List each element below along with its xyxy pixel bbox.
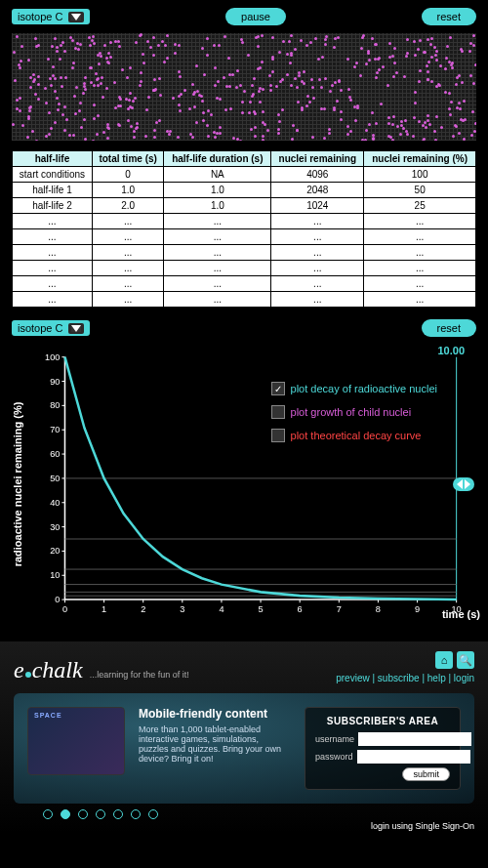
svg-text:0: 0	[55, 595, 60, 604]
svg-text:3: 3	[180, 604, 184, 614]
site-footer: echalk ...learning for the fun of it! ⌂ …	[0, 641, 488, 833]
reset-button-top[interactable]: reset	[422, 8, 476, 25]
svg-text:8: 8	[376, 604, 381, 614]
chart-legend: ✓plot decay of radioactive nucleiplot gr…	[271, 382, 437, 452]
isotope-select-label: isotope C	[18, 11, 62, 22]
top-toolbar: isotope C pause reset	[12, 8, 476, 25]
nav-subscribe[interactable]: subscribe	[378, 673, 420, 683]
table-header: half-life duration (s)	[164, 151, 271, 167]
svg-text:5: 5	[259, 604, 264, 614]
svg-text:1: 1	[102, 604, 106, 614]
svg-text:0: 0	[62, 604, 67, 614]
sso-text: login using Single Sign-On	[371, 821, 474, 831]
legend-label: plot theoretical decay curve	[291, 430, 422, 441]
nav-help[interactable]: help	[427, 673, 446, 683]
x-axis-label: time (s)	[442, 608, 480, 620]
svg-text:10: 10	[50, 570, 60, 580]
promo-title: Mobile-friendly content	[139, 707, 291, 721]
username-field[interactable]	[358, 732, 471, 746]
checkbox-icon	[271, 405, 285, 419]
table-header: total time (s)	[92, 151, 164, 167]
brand-tagline: ...learning for the fun of it!	[90, 670, 189, 680]
legend-item[interactable]: ✓plot decay of radioactive nuclei	[271, 382, 437, 395]
time-slider-handle[interactable]	[453, 477, 474, 491]
table-header: nuclei remaining	[271, 151, 364, 167]
svg-text:60: 60	[50, 449, 60, 459]
pager-dot[interactable]	[96, 809, 105, 819]
home-icon[interactable]: ⌂	[435, 651, 453, 669]
brand-logo: echalk	[14, 657, 83, 682]
promo-text: Mobile-friendly content More than 1,000 …	[139, 707, 291, 790]
pager-dot[interactable]	[113, 809, 123, 819]
arrow-left-icon	[457, 479, 463, 489]
table-header: half-life	[13, 151, 93, 167]
password-label: password	[315, 752, 353, 762]
svg-text:6: 6	[298, 604, 303, 614]
pager-dot[interactable]	[43, 809, 53, 819]
chart-toolbar: isotope C reset	[12, 319, 476, 337]
username-label: username	[315, 734, 354, 744]
promo-image	[27, 707, 125, 775]
svg-text:9: 9	[415, 604, 420, 614]
svg-text:30: 30	[50, 522, 60, 532]
chevron-down-icon	[68, 323, 84, 334]
table-header: nuclei remaining (%)	[364, 151, 476, 167]
password-field[interactable]	[357, 750, 470, 764]
y-axis-label: radioactive nuclei remaining (%)	[12, 402, 23, 567]
arrow-right-icon	[465, 479, 470, 489]
svg-text:80: 80	[50, 400, 60, 410]
table-row: half-life 11.01.0204850	[13, 183, 476, 198]
svg-text:90: 90	[50, 377, 60, 387]
table-row: ...............	[13, 245, 476, 261]
svg-text:4: 4	[219, 604, 224, 614]
svg-text:20: 20	[50, 546, 60, 556]
svg-text:70: 70	[50, 425, 60, 434]
pager-dot[interactable]	[131, 809, 141, 819]
svg-text:7: 7	[337, 604, 342, 614]
svg-text:40: 40	[50, 498, 60, 508]
footer-nav: ⌂ 🔍 preview | subscribe | help | login	[336, 651, 474, 683]
promo-pager	[43, 809, 474, 819]
svg-text:50: 50	[50, 474, 60, 483]
reset-button-chart[interactable]: reset	[422, 319, 476, 337]
nav-preview[interactable]: preview	[336, 673, 369, 683]
table-row: ...............	[13, 276, 476, 292]
isotope-select-chart[interactable]: isotope C	[12, 320, 90, 336]
chevron-down-icon	[68, 12, 84, 22]
svg-text:2: 2	[141, 604, 145, 614]
pager-dot[interactable]	[61, 809, 70, 819]
decay-chart: radioactive nuclei remaining (%) 10.00 0…	[39, 343, 476, 626]
subscriber-title: SUBSCRIBER'S AREA	[315, 716, 450, 726]
checkbox-icon	[271, 429, 285, 442]
search-icon[interactable]: 🔍	[457, 651, 474, 669]
legend-label: plot growth of child nuclei	[291, 406, 412, 418]
table-row: ...............	[13, 214, 476, 229]
table-row: start conditions0NA4096100	[13, 167, 476, 183]
sso-link[interactable]: Single Sign-On	[415, 821, 474, 831]
time-indicator: 10.00	[437, 345, 465, 356]
legend-item[interactable]: plot theoretical decay curve	[271, 429, 437, 442]
decay-data-table: half-lifetotal time (s)half-life duratio…	[12, 150, 476, 308]
table-row: half-life 22.01.0102425	[13, 198, 476, 214]
footer-promo-panel: Mobile-friendly content More than 1,000 …	[14, 693, 474, 804]
isotope-select-top[interactable]: isotope C	[12, 9, 90, 24]
pause-button[interactable]: pause	[225, 8, 286, 25]
table-row: ...............	[13, 229, 476, 245]
pager-dot[interactable]	[148, 809, 158, 819]
table-row: ...............	[13, 261, 476, 276]
submit-button[interactable]: submit	[402, 767, 450, 781]
legend-label: plot decay of radioactive nuclei	[291, 383, 437, 394]
checkbox-icon: ✓	[271, 382, 285, 395]
nuclei-grid-visualization	[12, 33, 476, 141]
legend-item[interactable]: plot growth of child nuclei	[271, 405, 437, 419]
svg-text:100: 100	[45, 352, 60, 362]
promo-body: More than 1,000 tablet-enabled interacti…	[139, 724, 291, 764]
subscriber-login-box: SUBSCRIBER'S AREA username password subm…	[305, 707, 461, 790]
isotope-select-chart-label: isotope C	[18, 322, 62, 334]
table-row: ...............	[13, 292, 476, 308]
pager-dot[interactable]	[78, 809, 88, 819]
nav-login[interactable]: login	[454, 673, 474, 683]
